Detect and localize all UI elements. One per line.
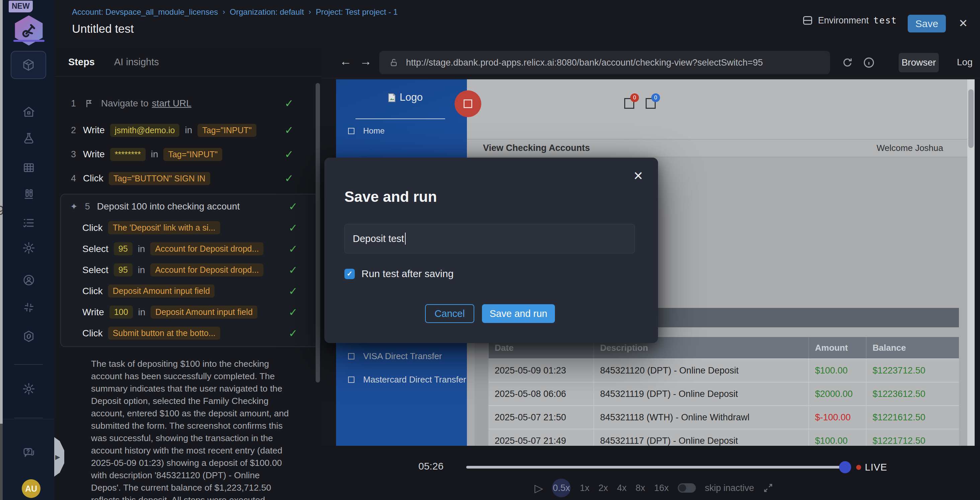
step-locator-badge[interactable]: Deposit Amount input field bbox=[151, 306, 257, 318]
transactions-table: Date Description Amount Balance 2025-05-… bbox=[488, 337, 959, 446]
cancel-button[interactable]: Cancel bbox=[425, 304, 474, 323]
forward-arrow-icon[interactable]: → bbox=[360, 54, 372, 68]
sidebar-item-builder-active[interactable] bbox=[11, 51, 46, 79]
speed-0.5x[interactable]: 0.5x bbox=[552, 479, 571, 497]
step-row[interactable]: 2 Write jsmith@demo.io in Tag="INPUT" ✓ bbox=[54, 118, 321, 142]
sub-step-row[interactable]: Select 95 in Account for Deposit dropd..… bbox=[61, 260, 320, 280]
step-locator-badge[interactable]: Account for Deposit dropd... bbox=[150, 242, 263, 255]
skip-inactive-toggle[interactable] bbox=[678, 483, 696, 493]
save-button[interactable]: Save bbox=[908, 15, 946, 32]
info-icon[interactable] bbox=[862, 56, 875, 69]
table-row[interactable]: 2025-05-07 21:50 845321118 (WTH) - Onlin… bbox=[488, 405, 959, 429]
tab-log[interactable]: Log bbox=[957, 57, 973, 68]
elapsed-time: 05:26 bbox=[418, 460, 444, 472]
environment-selector[interactable]: Environment test bbox=[802, 15, 897, 26]
sub-step-row[interactable]: Click The 'Deposit' link with a si... ✓ bbox=[61, 217, 320, 238]
sidebar-item-connections[interactable] bbox=[21, 329, 37, 344]
gear-icon bbox=[22, 241, 35, 255]
step-value-badge[interactable]: 95 bbox=[114, 263, 132, 276]
step-row[interactable]: 4 Click Tag="BUTTON" SIGN IN ✓ bbox=[54, 166, 321, 190]
sub-step-row[interactable]: Click Submit button at the botto... ✓ bbox=[61, 323, 320, 344]
new-badge: NEW bbox=[9, 1, 33, 13]
timeline-track[interactable] bbox=[466, 466, 842, 468]
sub-step-row[interactable]: Select 95 in Account for Deposit dropd..… bbox=[61, 238, 320, 260]
breadcrumb-project[interactable]: Project: Test project - 1 bbox=[316, 7, 398, 17]
step-action: Click bbox=[83, 173, 103, 184]
column-header-amount[interactable]: Amount bbox=[809, 337, 867, 358]
play-button[interactable]: ▷ bbox=[535, 482, 543, 495]
steps-scrollbar[interactable] bbox=[316, 83, 320, 382]
broken-image-icon bbox=[386, 92, 398, 104]
column-header-balance[interactable]: Balance bbox=[867, 337, 959, 358]
tab-steps[interactable]: Steps bbox=[68, 57, 95, 68]
start-url-link[interactable]: start URL bbox=[152, 98, 191, 109]
user-avatar[interactable]: AU bbox=[22, 479, 40, 498]
sub-step-row[interactable]: Write 100 in Deposit Amount input field … bbox=[61, 301, 320, 323]
playback-controls: ▷ 0.5x 1x 2x 4x 8x 16x skip inactive bbox=[535, 478, 773, 498]
table-row[interactable]: 2025-05-07 21:49 845321117 (DPT) - Onlin… bbox=[488, 429, 959, 446]
step-value-badge[interactable]: 100 bbox=[110, 306, 133, 318]
breadcrumb-account[interactable]: Account: Devspace_all_module_licenses bbox=[72, 7, 218, 17]
tab-ai-insights[interactable]: AI insights bbox=[114, 57, 159, 68]
cell-description: 845321119 (DPT) - Online Deposit bbox=[594, 382, 809, 405]
sub-step-row[interactable]: Click Deposit Amount input field ✓ bbox=[61, 280, 320, 301]
step-locator-badge[interactable]: Account for Deposit dropd... bbox=[150, 263, 263, 276]
square-bullet-icon bbox=[348, 376, 355, 383]
checkbox-checked-icon[interactable]: ✓ bbox=[344, 269, 355, 279]
breadcrumb-organization[interactable]: Organization: default bbox=[230, 7, 304, 17]
step-locator-badge[interactable]: The 'Deposit' link with a si... bbox=[108, 221, 220, 234]
ai-step-title: Deposit 100 into checking account bbox=[97, 201, 240, 212]
sidebar-item-suites[interactable] bbox=[21, 187, 37, 202]
step-row[interactable]: 3 Write ******** in Tag="INPUT" ✓ bbox=[54, 142, 321, 166]
step-value-badge[interactable]: 95 bbox=[114, 242, 132, 255]
step-value-badge[interactable]: jsmith@demo.io bbox=[110, 124, 180, 137]
run-after-saving-option[interactable]: ✓ Run test after saving bbox=[344, 268, 453, 279]
cell-amount: $-100.00 bbox=[809, 406, 867, 429]
bank-scrollbar-thumb[interactable] bbox=[968, 89, 974, 148]
back-arrow-icon[interactable]: ← bbox=[340, 54, 352, 68]
step-locator-badge[interactable]: Tag="BUTTON" SIGN IN bbox=[109, 172, 210, 185]
record-stop-button[interactable] bbox=[455, 90, 481, 117]
sidebar-item-runs[interactable] bbox=[21, 215, 37, 231]
sidebar-item-home[interactable] bbox=[21, 104, 37, 119]
bank-nav-visa[interactable]: VISA Direct Transfer bbox=[348, 351, 442, 361]
timeline-playhead[interactable] bbox=[839, 461, 851, 473]
close-icon[interactable]: ✕ bbox=[959, 17, 968, 30]
sidebar-item-lab[interactable] bbox=[21, 131, 37, 146]
cell-date: 2025-05-09 01:23 bbox=[488, 359, 594, 382]
step-locator-badge[interactable]: Deposit Amount input field bbox=[108, 285, 215, 298]
speed-1x[interactable]: 1x bbox=[580, 483, 589, 493]
dialog-title: Save and run bbox=[344, 188, 437, 205]
cube-icon bbox=[21, 58, 35, 72]
step-number: 1 bbox=[71, 99, 83, 109]
step-row[interactable]: 1 Navigate to start URL ✓ bbox=[54, 89, 321, 118]
tab-browser[interactable]: Browser bbox=[899, 53, 939, 72]
sidebar-item-grid[interactable] bbox=[21, 160, 37, 175]
fullscreen-expand-icon[interactable] bbox=[763, 483, 773, 493]
sidebar-item-integrations[interactable] bbox=[21, 300, 37, 315]
step-locator-badge[interactable]: Submit button at the botto... bbox=[108, 326, 220, 340]
table-row[interactable]: 2025-05-08 06:06 845321119 (DPT) - Onlin… bbox=[488, 382, 959, 405]
speed-8x[interactable]: 8x bbox=[636, 483, 645, 493]
bank-nav-home[interactable]: Home bbox=[348, 126, 385, 135]
speed-4x[interactable]: 4x bbox=[617, 483, 627, 493]
bank-logo[interactable]: Logo bbox=[386, 91, 423, 104]
table-row[interactable]: 2025-05-09 01:23 845321120 (DPT) - Onlin… bbox=[488, 358, 959, 382]
bank-scrollbar[interactable] bbox=[967, 79, 975, 446]
step-locator-badge[interactable]: Tag="INPUT" bbox=[197, 124, 256, 137]
sidebar-item-agent[interactable] bbox=[21, 272, 37, 288]
save-and-run-button[interactable]: Save and run bbox=[482, 304, 555, 323]
sidebar-item-admin-settings[interactable] bbox=[21, 381, 37, 396]
speed-2x[interactable]: 2x bbox=[598, 483, 608, 493]
close-icon[interactable]: ✕ bbox=[633, 169, 643, 183]
step-locator-badge[interactable]: Tag="INPUT" bbox=[163, 148, 222, 161]
sidebar-item-help[interactable] bbox=[21, 445, 37, 460]
ai-step-header[interactable]: ✦ 5 Deposit 100 into checking account ✓ bbox=[61, 196, 320, 217]
speed-16x[interactable]: 16x bbox=[654, 483, 669, 493]
test-name-input[interactable]: Deposit test bbox=[344, 224, 635, 253]
bank-nav-mastercard[interactable]: Mastercard Direct Transfer bbox=[348, 374, 466, 385]
url-bar[interactable]: http://stage.dbank.prod-apps.relicx.ai:8… bbox=[379, 51, 830, 74]
refresh-icon[interactable] bbox=[841, 56, 854, 69]
sidebar-item-settings[interactable] bbox=[21, 240, 37, 256]
step-value-badge[interactable]: ******** bbox=[110, 148, 146, 161]
